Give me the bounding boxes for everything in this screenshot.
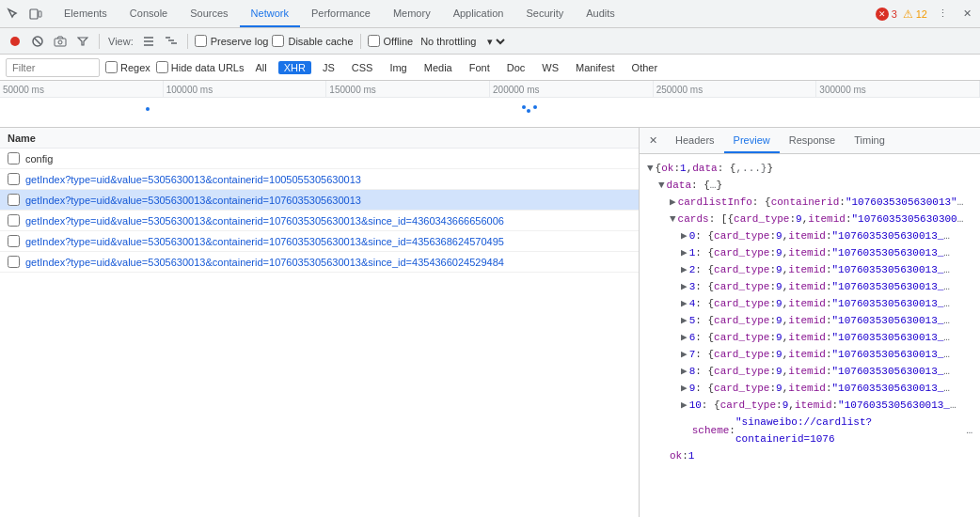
json-cards-item-2: ▶2: {card_type: 9, itemid: "107603530563… [647, 261, 972, 278]
json-cards-item-6: ▶6: {card_type: 9, itemid: "107603530563… [647, 329, 972, 346]
warn-badge: ⚠ 12 [903, 8, 927, 21]
filter-button[interactable] [73, 32, 92, 51]
timeline-ruler: 50000 ms 100000 ms 150000 ms 200000 ms 2… [0, 81, 980, 98]
inspect-icon[interactable] [4, 5, 23, 24]
tab-response[interactable]: Response [780, 128, 846, 153]
tab-timing[interactable]: Timing [845, 128, 894, 153]
list-view-icon[interactable] [139, 32, 158, 51]
tab-audits[interactable]: Audits [575, 0, 626, 27]
offline-checkbox[interactable] [368, 35, 380, 47]
svg-rect-0 [30, 9, 38, 19]
regex-checkbox[interactable] [105, 61, 118, 73]
tick-4: 200000 ms [490, 81, 654, 97]
type-media-btn[interactable]: Media [419, 61, 458, 74]
request-row[interactable]: getIndex?type=uid&value=5305630013&conta… [0, 231, 639, 252]
json-cards-item-0: ▶0: {card_type: 9, itemid: "107603530563… [647, 227, 972, 244]
type-img-btn[interactable]: Img [384, 61, 412, 74]
card-item-6-toggle[interactable]: ▶ [681, 329, 688, 346]
request-row[interactable]: getIndex?type=uid&value=5305630013&conta… [0, 252, 639, 273]
throttle-select[interactable]: ▾ [483, 35, 508, 48]
regex-label[interactable]: Regex [105, 61, 150, 73]
type-font-btn[interactable]: Font [464, 61, 496, 74]
root-toggle[interactable]: ▼ [647, 160, 654, 177]
type-ws-btn[interactable]: WS [536, 61, 564, 74]
type-all-btn[interactable]: All [249, 61, 272, 74]
request-row[interactable]: config [0, 149, 639, 169]
filter-input[interactable] [6, 58, 100, 77]
json-ok-row: ok : 1 [647, 447, 972, 464]
tab-network[interactable]: Network [240, 0, 300, 27]
tab-security[interactable]: Security [514, 0, 575, 27]
card-item-5-toggle[interactable]: ▶ [681, 312, 688, 329]
row-1-name: getIndex?type=uid&value=5305630013&conta… [25, 174, 631, 185]
tab-headers[interactable]: Headers [666, 128, 724, 153]
row-4-checkbox[interactable] [8, 235, 20, 247]
type-doc-btn[interactable]: Doc [501, 61, 531, 74]
card-item-7-toggle[interactable]: ▶ [681, 346, 688, 363]
tab-preview[interactable]: Preview [724, 128, 780, 153]
tab-console[interactable]: Console [119, 0, 179, 27]
row-0-checkbox[interactable] [8, 152, 20, 164]
json-cardlistinfo-row: ▶ cardlistInfo : { containerid : "107603… [647, 194, 972, 211]
json-root-row: ▼ { ok : 1 , data : { ,...} } [647, 160, 972, 177]
close-icon[interactable]: ✕ [957, 5, 976, 24]
hide-data-urls-label[interactable]: Hide data URLs [156, 61, 245, 73]
main-area: Name config getIndex?type=uid&value=5305… [0, 128, 980, 517]
row-3-checkbox[interactable] [8, 214, 20, 227]
type-xhr-btn[interactable]: XHR [278, 61, 311, 74]
type-other-btn[interactable]: Other [626, 61, 664, 74]
json-tree: ▼ { ok : 1 , data : { ,...} } ▼ data : { [647, 158, 972, 466]
tab-memory[interactable]: Memory [382, 0, 442, 27]
separator-2 [187, 34, 188, 49]
tab-sources[interactable]: Sources [179, 0, 239, 27]
tab-application[interactable]: Application [442, 0, 515, 27]
type-manifest-btn[interactable]: Manifest [570, 61, 621, 74]
row-5-checkbox[interactable] [8, 256, 20, 268]
hide-data-urls-checkbox[interactable] [156, 61, 168, 73]
disable-cache-label[interactable]: Disable cache [272, 35, 353, 47]
svg-rect-1 [39, 11, 41, 17]
detail-tabs: ✕ Headers Preview Response Timing [640, 128, 980, 154]
record-button[interactable] [6, 32, 24, 51]
detail-close-button[interactable]: ✕ [643, 132, 662, 150]
cardlistinfo-toggle[interactable]: ▶ [670, 194, 676, 211]
offline-label-wrap[interactable]: Offline [368, 35, 414, 47]
svg-rect-5 [55, 39, 66, 46]
card-item-9-toggle[interactable]: ▶ [681, 380, 688, 397]
card-item-2-toggle[interactable]: ▶ [681, 261, 688, 278]
tab-elements[interactable]: Elements [53, 0, 119, 27]
svg-point-6 [58, 40, 62, 44]
cards-toggle[interactable]: ▼ [670, 211, 676, 227]
json-data-row: ▼ data : { … } [647, 177, 972, 194]
clear-button[interactable] [28, 32, 47, 51]
device-icon[interactable] [26, 5, 45, 24]
card-item-0-toggle[interactable]: ▶ [681, 227, 688, 244]
request-list-header: Name [0, 128, 639, 149]
more-icon[interactable]: ⋮ [933, 5, 952, 24]
cards-items: ▶0: {card_type: 9, itemid: "107603530563… [647, 227, 972, 414]
card-item-10-toggle[interactable]: ▶ [681, 397, 688, 414]
card-item-8-toggle[interactable]: ▶ [681, 363, 688, 380]
preserve-log-checkbox[interactable] [195, 35, 207, 47]
nav-tabs: Elements Console Sources Network Perform… [53, 0, 626, 27]
data-toggle[interactable]: ▼ [658, 177, 665, 194]
card-item-4-toggle[interactable]: ▶ [681, 295, 688, 312]
row-0-name: config [25, 153, 631, 164]
type-js-btn[interactable]: JS [317, 61, 340, 74]
request-row[interactable]: getIndex?type=uid&value=5305630013&conta… [0, 211, 639, 231]
tab-performance[interactable]: Performance [300, 0, 382, 27]
disable-cache-checkbox[interactable] [272, 35, 284, 47]
tick-1: 50000 ms [0, 81, 164, 97]
type-css-btn[interactable]: CSS [346, 61, 379, 74]
request-row-selected[interactable]: getIndex?type=uid&value=5305630013&conta… [0, 190, 639, 211]
camera-button[interactable] [51, 32, 70, 51]
row-2-checkbox[interactable] [8, 194, 20, 206]
request-row[interactable]: getIndex?type=uid&value=5305630013&conta… [0, 169, 639, 190]
waterfall-view-icon[interactable] [162, 32, 181, 51]
preserve-log-label[interactable]: Preserve log [195, 35, 269, 47]
card-item-1-toggle[interactable]: ▶ [681, 244, 688, 261]
row-1-checkbox[interactable] [8, 173, 20, 185]
json-cards-row: ▼ cards : [{ card_type : 9 , itemid : "1… [647, 211, 972, 227]
card-item-3-toggle[interactable]: ▶ [681, 278, 688, 295]
detail-content: ▼ { ok : 1 , data : { ,...} } ▼ data : { [640, 154, 980, 517]
